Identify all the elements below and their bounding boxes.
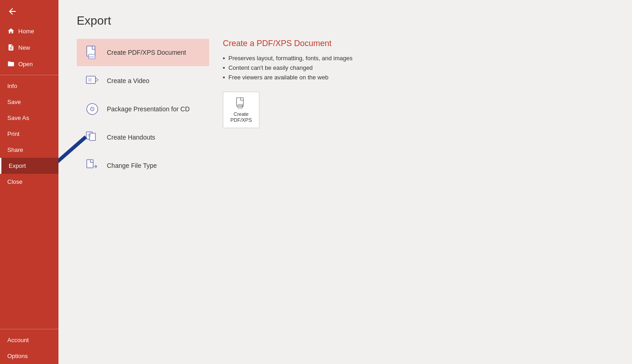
detail-title: Create a PDF/XPS Document xyxy=(223,39,600,48)
sidebar-item-close-label: Close xyxy=(7,178,22,185)
sidebar-item-export-label: Export xyxy=(9,162,26,169)
sidebar-item-options[interactable]: Options xyxy=(0,348,58,364)
sidebar-item-save-as[interactable]: Save As xyxy=(0,110,58,126)
detail-bullets: Preserves layout, formatting, fonts, and… xyxy=(223,55,600,81)
sidebar-item-home[interactable]: Home xyxy=(0,23,58,39)
svg-point-8 xyxy=(91,108,93,110)
detail-bullet-2: Content can't be easily changed xyxy=(223,64,600,71)
export-option-change-file-type-label: Change File Type xyxy=(107,162,157,169)
home-icon xyxy=(7,27,15,35)
sidebar-item-print-label: Print xyxy=(7,130,20,137)
export-option-create-video[interactable]: Create a Video xyxy=(77,67,209,94)
svg-marker-4 xyxy=(95,78,98,82)
sidebar-item-save-label: Save xyxy=(7,99,21,105)
sidebar-item-info[interactable]: Info xyxy=(0,78,58,94)
svg-text:PDF: PDF xyxy=(90,56,94,58)
back-button[interactable] xyxy=(0,0,58,23)
page-title: Export xyxy=(77,14,614,28)
pdf-icon: PDF xyxy=(84,44,100,61)
sidebar-divider-top xyxy=(0,75,58,75)
sidebar-item-home-label: Home xyxy=(18,28,34,35)
sidebar-nav: Home New Open Info Save Save As Print Sh… xyxy=(0,23,58,364)
svg-rect-5 xyxy=(88,78,92,82)
detail-bullet-3: Free viewers are available on the web xyxy=(223,74,600,81)
export-option-create-pdf-label: Create PDF/XPS Document xyxy=(107,49,186,56)
sidebar-item-share-label: Share xyxy=(7,146,23,153)
sidebar-item-print[interactable]: Print xyxy=(0,126,58,142)
sidebar-item-new-label: New xyxy=(18,44,30,51)
sidebar-divider-bottom xyxy=(0,329,58,329)
create-pdf-button[interactable]: PDF CreatePDF/XPS xyxy=(223,92,259,128)
export-option-create-handouts[interactable]: Create Handouts xyxy=(77,124,209,151)
sidebar-item-share[interactable]: Share xyxy=(0,142,58,158)
export-option-change-file-type[interactable]: Change File Type xyxy=(77,152,209,179)
create-pdf-button-label: CreatePDF/XPS xyxy=(230,111,252,123)
export-option-create-handouts-label: Create Handouts xyxy=(107,134,155,141)
export-detail: Create a PDF/XPS Document Preserves layo… xyxy=(209,39,614,180)
sidebar-item-options-label: Options xyxy=(7,353,28,359)
export-layout: PDF Create PDF/XPS Document Create a Vid… xyxy=(77,39,614,180)
create-pdf-button-icon: PDF xyxy=(235,97,248,109)
open-icon xyxy=(7,60,15,68)
sidebar-item-open[interactable]: Open xyxy=(0,56,58,72)
sidebar-item-save-as-label: Save As xyxy=(7,114,29,121)
back-icon xyxy=(7,6,17,16)
svg-rect-13 xyxy=(87,160,93,168)
sidebar-item-info-label: Info xyxy=(7,83,17,89)
svg-rect-10 xyxy=(90,133,95,140)
sidebar: Home New Open Info Save Save As Print Sh… xyxy=(0,0,58,364)
main-content: Export PDF Create PDF/XPS Document xyxy=(58,0,632,364)
sidebar-item-account[interactable]: Account xyxy=(0,332,58,348)
sidebar-item-account-label: Account xyxy=(7,337,29,343)
change-file-type-icon xyxy=(84,157,100,174)
sidebar-item-open-label: Open xyxy=(18,61,33,68)
handouts-icon xyxy=(84,129,100,146)
new-icon xyxy=(7,44,15,51)
detail-bullet-1: Preserves layout, formatting, fonts, and… xyxy=(223,55,600,62)
export-option-package-cd-label: Package Presentation for CD xyxy=(107,105,190,113)
sidebar-item-save[interactable]: Save xyxy=(0,94,58,110)
sidebar-item-close[interactable]: Close xyxy=(0,174,58,190)
export-option-create-video-label: Create a Video xyxy=(107,77,149,84)
export-option-create-pdf[interactable]: PDF Create PDF/XPS Document xyxy=(77,39,209,66)
cd-icon xyxy=(84,101,100,117)
sidebar-item-export[interactable]: Export xyxy=(0,158,58,174)
sidebar-item-new[interactable]: New xyxy=(0,39,58,56)
export-options-list: PDF Create PDF/XPS Document Create a Vid… xyxy=(77,39,209,180)
export-option-package-cd[interactable]: Package Presentation for CD xyxy=(77,95,209,123)
video-icon xyxy=(84,73,100,89)
svg-text:PDF: PDF xyxy=(239,105,243,108)
